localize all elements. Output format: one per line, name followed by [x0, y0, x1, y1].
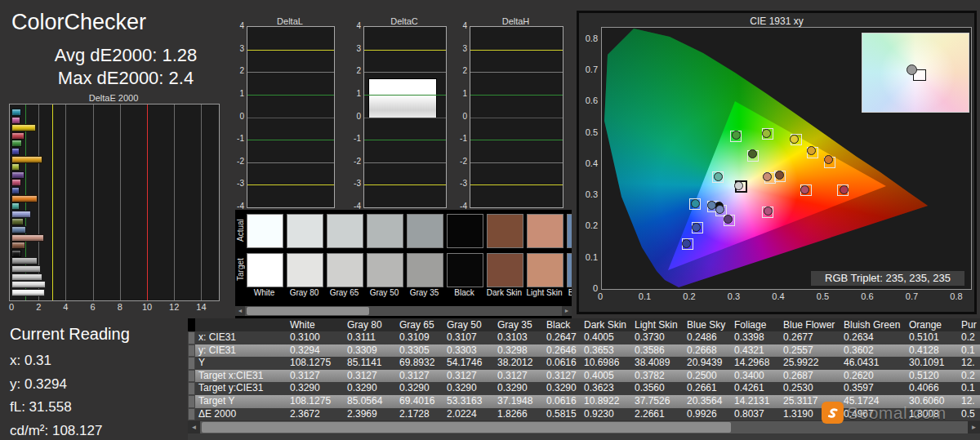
table-cell: 0.9230 — [581, 408, 631, 421]
target-swatch[interactable] — [327, 253, 363, 287]
gridline — [364, 95, 446, 96]
table-cell: 0.2500 — [684, 370, 731, 383]
y-tick-label: -3 — [346, 179, 361, 188]
row-selector[interactable] — [188, 357, 195, 370]
swatch-label: Black — [444, 288, 484, 297]
actual-row-label: Actual — [236, 214, 246, 247]
table-cell: 0.4261 — [731, 382, 780, 395]
deltae-bar — [11, 132, 24, 140]
column-header[interactable]: White — [287, 318, 344, 331]
table-cell: 0.3290 — [396, 382, 443, 395]
table-cell: 0.2486 — [684, 331, 731, 344]
row-selector[interactable] — [188, 318, 195, 331]
deltae-bar — [11, 242, 25, 249]
actual-swatch[interactable] — [567, 214, 572, 248]
column-header[interactable]: Orange — [906, 318, 958, 331]
cie-title: CIE 1931 xy — [577, 16, 977, 27]
table-cell: 0.2661 — [684, 382, 731, 395]
scroll-right-icon[interactable]: ► — [562, 306, 572, 316]
gridline — [364, 118, 446, 118]
x-tick-label: 0.3 — [724, 291, 744, 301]
table-cell: 20.3564 — [684, 395, 731, 408]
target-swatch[interactable] — [567, 253, 572, 287]
column-header[interactable]: Dark Skin — [581, 318, 631, 331]
row-selector[interactable] — [188, 395, 195, 408]
scroll-left-icon[interactable]: ◄ — [235, 306, 245, 316]
table-cell: 0.3305 — [396, 344, 443, 358]
row-label: ΔE 2000 — [195, 408, 287, 421]
row-selector[interactable] — [188, 382, 195, 395]
bottom-strip — [188, 433, 980, 440]
table-cell: 0.3290 — [287, 382, 344, 395]
column-header[interactable]: Light Skin — [631, 318, 684, 331]
column-header[interactable]: Black — [543, 318, 581, 331]
row-selector[interactable] — [188, 370, 195, 383]
swatch-scrollbar-thumb[interactable] — [247, 307, 369, 315]
table-cell: 2.2661 — [631, 408, 684, 421]
table-cell: 30.1091 — [906, 357, 958, 370]
swatch-panel: ActualTargetWhiteGray 80Gray 65Gray 50Gr… — [235, 210, 572, 318]
column-header[interactable]: Gray 35 — [494, 318, 543, 331]
table-cell: 0.3127 — [443, 370, 494, 383]
actual-swatch[interactable] — [327, 214, 363, 248]
actual-swatch[interactable] — [407, 214, 443, 248]
table-cell: 0.3398 — [731, 331, 780, 344]
delta-lch-charts: DeltaL43210-1-2-3-4DeltaC43210-1-2-3-4De… — [235, 8, 573, 211]
target-swatch[interactable] — [527, 253, 564, 287]
target-swatch[interactable] — [447, 253, 483, 287]
column-header[interactable]: Foliage — [731, 318, 780, 331]
y-tick-label: -2 — [229, 157, 244, 166]
delta-chart-plot-deltac — [363, 26, 447, 208]
gridline — [470, 162, 563, 163]
x-tick-label: 0.1 — [635, 291, 655, 301]
column-header[interactable]: Gray 65 — [396, 318, 443, 331]
table-cell: 0.3290 — [443, 382, 494, 395]
scroll-left-icon[interactable]: ◄ — [188, 421, 200, 433]
rgb-triplet-label: RGB Triplet: 235, 235, 235 — [811, 271, 964, 286]
deltae-bar — [11, 211, 31, 218]
row-selector[interactable] — [188, 408, 195, 421]
table-row: Y108.127585.114169.893254.174638.20120.0… — [188, 357, 980, 370]
row-label: Y — [195, 357, 287, 370]
target-swatch[interactable] — [287, 253, 323, 287]
table-cell: 108.1275 — [287, 357, 344, 370]
actual-swatch[interactable] — [527, 214, 564, 248]
y-tick-label: 4 — [452, 21, 467, 30]
scroll-right-icon[interactable]: ► — [968, 421, 980, 433]
y-tick-label: 2 — [229, 66, 244, 75]
deltae-bar — [11, 265, 41, 273]
y-tick-label: 0.3 — [578, 189, 598, 199]
actual-swatch[interactable] — [287, 214, 323, 248]
column-header[interactable]: Blue Sky — [684, 318, 731, 331]
target-swatch[interactable] — [247, 253, 283, 287]
table-cell: 53.3163 — [443, 395, 494, 408]
delta-chart-title: DeltaH — [471, 16, 561, 26]
deltae-bar — [11, 187, 20, 194]
target-swatch[interactable] — [367, 253, 403, 287]
target-swatch[interactable] — [407, 253, 443, 287]
actual-swatch[interactable] — [247, 214, 283, 248]
row-selector[interactable] — [188, 331, 195, 344]
table-cell: 10.8922 — [581, 395, 631, 408]
cie-measured-point — [714, 172, 723, 181]
table-scrollbar-thumb[interactable] — [202, 422, 731, 433]
y-tick-label: -3 — [229, 179, 244, 188]
table-cell: 0.2620 — [840, 370, 906, 383]
table-cell: 0.3298 — [494, 344, 543, 358]
row-selector[interactable] — [188, 344, 195, 358]
column-header[interactable]: Bluish Green — [840, 318, 906, 331]
table-cell: 0.4321 — [731, 344, 780, 358]
target-swatch[interactable] — [487, 253, 523, 287]
column-header[interactable]: Pur — [958, 318, 980, 331]
column-header[interactable]: Gray 80 — [344, 318, 396, 331]
y-tick-label: 0.4 — [578, 158, 598, 168]
actual-swatch[interactable] — [487, 214, 523, 248]
swatch-scrollbar[interactable]: ◄► — [235, 306, 572, 316]
actual-swatch[interactable] — [447, 214, 483, 248]
column-header[interactable]: Gray 50 — [443, 318, 494, 331]
column-header[interactable]: Blue Flower — [780, 318, 840, 331]
gridline — [470, 50, 563, 51]
table-cell: 14.2131 — [731, 395, 780, 408]
actual-swatch[interactable] — [367, 214, 403, 248]
y-tick-label: 0.1 — [578, 252, 598, 262]
